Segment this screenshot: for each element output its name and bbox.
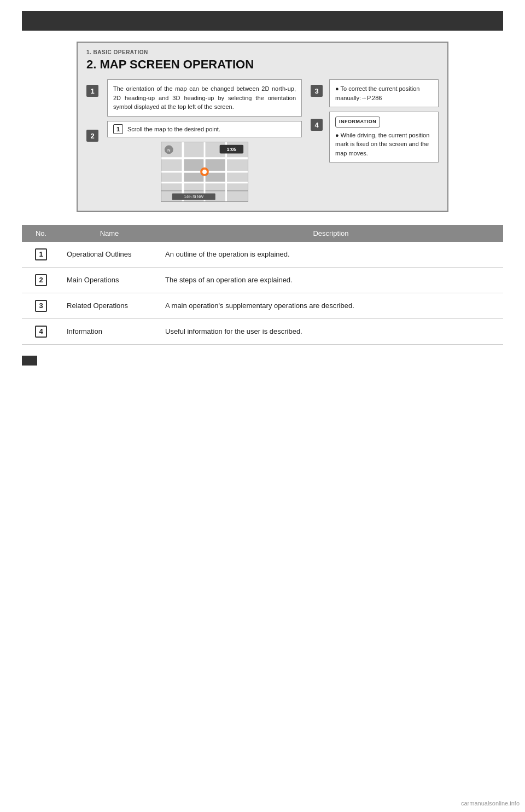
svg-point-13 bbox=[202, 170, 207, 174]
table-cell-no: 1 bbox=[22, 242, 60, 268]
svg-rect-11 bbox=[206, 172, 225, 181]
map-image: 1:05 14th St NW N bbox=[161, 142, 248, 202]
table-cell-name: Information bbox=[60, 318, 159, 344]
illus-center: The orientation of the map can be change… bbox=[107, 79, 302, 202]
step-number: 1 bbox=[113, 124, 123, 134]
table-cell-desc: A main operation's supplementary operati… bbox=[159, 293, 503, 318]
step-box: 1 Scroll the map to the desired point. bbox=[107, 121, 302, 137]
table-cell-no: 4 bbox=[22, 318, 60, 344]
step-text: Scroll the map to the desired point. bbox=[127, 126, 220, 132]
table-cell-name: Main Operations bbox=[60, 267, 159, 293]
illustration-box: 1. BASIC OPERATION 2. MAP SCREEN OPERATI… bbox=[77, 42, 448, 212]
table-num-box: 3 bbox=[35, 300, 47, 312]
callout-4: 4 bbox=[311, 119, 323, 131]
section-marker bbox=[22, 356, 37, 366]
info-badge: INFORMATION bbox=[335, 117, 380, 127]
svg-text:1:05: 1:05 bbox=[226, 147, 236, 152]
table-cell-name: Related Operations bbox=[60, 293, 159, 318]
related-ops-box: ● To correct the current position manual… bbox=[329, 79, 439, 107]
table-cell-desc: Useful information for the user is descr… bbox=[159, 318, 503, 344]
callout-3: 3 bbox=[311, 85, 323, 97]
table-row: 1Operational OutlinesAn outline of the o… bbox=[22, 242, 503, 268]
info-text: ● While driving, the current position ma… bbox=[335, 132, 429, 156]
col-header-name: Name bbox=[60, 225, 159, 242]
main-text-box: The orientation of the map can be change… bbox=[107, 79, 302, 117]
illustration-title: 2. MAP SCREEN OPERATION bbox=[86, 57, 439, 72]
table-cell-desc: The steps of an operation are explained. bbox=[159, 267, 503, 293]
svg-text:N: N bbox=[167, 148, 171, 153]
related-ops-text: ● To correct the current position manual… bbox=[335, 85, 419, 101]
top-header bbox=[22, 11, 503, 31]
table-cell-desc: An outline of the operation is explained… bbox=[159, 242, 503, 268]
table-cell-no: 3 bbox=[22, 293, 60, 318]
table-num-box: 4 bbox=[35, 326, 47, 338]
table-row: 2Main OperationsThe steps of an operatio… bbox=[22, 267, 503, 293]
page-wrapper: 1. BASIC OPERATION 2. MAP SCREEN OPERATI… bbox=[0, 0, 525, 382]
callout-1: 1 bbox=[86, 85, 98, 97]
col-header-no: No. bbox=[22, 225, 60, 242]
table-row: 3Related OperationsA main operation's su… bbox=[22, 293, 503, 318]
table-num-box: 1 bbox=[35, 248, 47, 260]
col-header-desc: Description bbox=[159, 225, 503, 242]
svg-rect-10 bbox=[184, 172, 203, 181]
table-row: 4InformationUseful information for the u… bbox=[22, 318, 503, 344]
table-cell-no: 2 bbox=[22, 267, 60, 293]
illus-right: ● To correct the current position manual… bbox=[329, 79, 439, 167]
table-cell-name: Operational Outlines bbox=[60, 242, 159, 268]
watermark: carmanualsonline.info bbox=[461, 800, 520, 807]
callout-right: 3 4 bbox=[311, 79, 323, 131]
info-box: INFORMATION ● While driving, the current… bbox=[329, 112, 439, 163]
data-table: No. Name Description 1Operational Outlin… bbox=[22, 225, 503, 345]
svg-rect-8 bbox=[184, 159, 203, 171]
table-num-box: 2 bbox=[35, 274, 47, 286]
callout-left: 1 2 bbox=[86, 79, 98, 142]
callout-2: 2 bbox=[86, 130, 98, 142]
breadcrumb: 1. BASIC OPERATION bbox=[86, 49, 439, 55]
svg-text:14th St NW: 14th St NW bbox=[184, 195, 204, 199]
svg-rect-9 bbox=[206, 159, 225, 171]
